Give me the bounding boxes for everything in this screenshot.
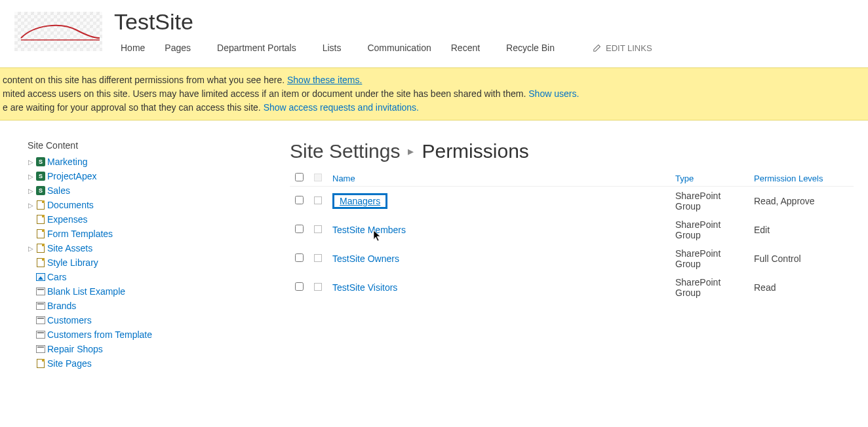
permission-levels: Read	[749, 273, 854, 302]
permissions-table: Name Type Permission Levels ManagersShar…	[290, 170, 854, 302]
row-select-checkbox[interactable]	[295, 196, 304, 204]
permission-levels: Read, Approve	[749, 187, 854, 216]
notification-line-1: content on this site has different permi…	[3, 73, 865, 87]
list-icon	[35, 286, 46, 297]
content-area: Site Content ▷SMarketing▷SProjectApex▷SS…	[0, 121, 868, 390]
group-link-testsite-visitors[interactable]: TestSite Visitors	[332, 282, 397, 293]
tree-item-sales[interactable]: ▷SSales	[28, 183, 237, 198]
column-name-header[interactable]: Name	[327, 170, 670, 187]
permission-levels: Edit	[749, 215, 854, 244]
table-row: TestSite VisitorsSharePoint GroupRead	[290, 273, 854, 302]
tree-item-blank-list-example[interactable]: Blank List Example	[28, 284, 237, 299]
column-select-all	[290, 170, 309, 187]
edit-row-icon[interactable]	[314, 225, 322, 233]
document-library-icon	[35, 358, 46, 369]
edit-row-icon[interactable]	[314, 196, 322, 204]
picture-library-icon	[35, 272, 46, 282]
tree-item-expenses[interactable]: Expenses	[28, 212, 237, 227]
tree-item-link[interactable]: Cars	[47, 272, 67, 282]
document-library-icon	[35, 229, 46, 239]
notification-bar: content on this site has different permi…	[0, 67, 868, 121]
tree-item-link[interactable]: Sales	[47, 185, 70, 196]
column-type-header[interactable]: Type	[670, 170, 749, 187]
edit-links-button[interactable]: EDIT LINKS	[593, 43, 652, 53]
document-library-icon	[35, 257, 46, 268]
nav-item-lists[interactable]: Lists	[316, 40, 348, 56]
notification-text: content on this site has different permi…	[3, 75, 287, 85]
column-levels-header[interactable]: Permission Levels	[749, 170, 854, 187]
nav-item-home[interactable]: Home	[114, 40, 151, 56]
show-users-link[interactable]: Show users.	[528, 88, 579, 99]
group-link-testsite-members[interactable]: TestSite Members	[332, 225, 406, 235]
nav-item-recent[interactable]: Recent	[444, 40, 486, 56]
expand-icon[interactable]: ▷	[28, 173, 34, 180]
tree-item-link[interactable]: Customers	[47, 315, 92, 325]
list-icon	[35, 315, 46, 325]
site-title[interactable]: TestSite	[114, 9, 652, 35]
row-select-checkbox[interactable]	[295, 282, 304, 291]
tree-item-link[interactable]: Style Library	[47, 257, 98, 268]
highlighted-selection: Managers	[332, 193, 387, 209]
table-row: ManagersSharePoint GroupRead, Approve	[290, 187, 854, 216]
tree-item-link[interactable]: Customers from Template	[47, 329, 152, 340]
pencil-icon	[593, 43, 602, 52]
sharepoint-site-icon: S	[35, 185, 46, 196]
tree-item-customers[interactable]: Customers	[28, 313, 237, 327]
tree-item-link[interactable]: Site Pages	[47, 358, 92, 369]
tree-item-form-templates[interactable]: Form Templates	[28, 227, 237, 241]
tree-item-cars[interactable]: Cars	[28, 270, 237, 284]
sharepoint-site-icon: S	[35, 157, 46, 167]
group-type: SharePoint Group	[670, 244, 749, 273]
group-link-managers[interactable]: Managers	[340, 196, 380, 206]
tree-item-marketing[interactable]: ▷SMarketing	[28, 155, 237, 169]
tree-item-site-assets[interactable]: ▷Site Assets	[28, 241, 237, 255]
show-these-items-link[interactable]: Show these items.	[287, 75, 362, 85]
edit-header-icon	[314, 174, 322, 181]
expand-icon[interactable]: ▷	[28, 245, 34, 252]
breadcrumb-parent[interactable]: Site Settings	[290, 140, 400, 162]
tree-item-customers-from-template[interactable]: Customers from Template	[28, 327, 237, 342]
row-select-checkbox[interactable]	[295, 225, 304, 233]
main-area: Site Settings ▸ Permissions Name Type Pe…	[290, 140, 854, 371]
tree-item-link[interactable]: Documents	[47, 200, 94, 210]
nav-item-recycle-bin[interactable]: Recycle Bin	[500, 40, 561, 56]
edit-row-icon[interactable]	[314, 254, 322, 262]
top-nav: HomePagesDepartment PortalsListsCommunic…	[114, 40, 652, 56]
tree-item-link[interactable]: Marketing	[47, 157, 87, 167]
group-link-testsite-owners[interactable]: TestSite Owners	[332, 253, 399, 264]
nav-item-pages[interactable]: Pages	[158, 40, 197, 56]
site-logo[interactable]	[14, 12, 102, 51]
group-type: SharePoint Group	[670, 273, 749, 302]
permission-levels: Full Control	[749, 244, 854, 273]
tree-item-documents[interactable]: ▷Documents	[28, 198, 237, 212]
tree-item-link[interactable]: Repair Shops	[47, 344, 103, 354]
group-type: SharePoint Group	[670, 187, 749, 216]
tree-item-link[interactable]: Form Templates	[47, 229, 113, 239]
tree-item-link[interactable]: Site Assets	[47, 243, 92, 253]
breadcrumb: Site Settings ▸ Permissions	[290, 140, 854, 162]
document-library-icon	[35, 200, 46, 210]
tree-item-site-pages[interactable]: Site Pages	[28, 356, 237, 371]
select-all-checkbox[interactable]	[295, 173, 304, 181]
tree-item-link[interactable]: ProjectApex	[47, 171, 96, 181]
document-library-icon	[35, 214, 46, 225]
notification-line-2: mited access users on this site. Users m…	[3, 87, 865, 101]
expand-icon[interactable]: ▷	[28, 187, 34, 195]
tree-item-projectapex[interactable]: ▷SProjectApex	[28, 169, 237, 183]
tree-item-repair-shops[interactable]: Repair Shops	[28, 342, 237, 356]
document-library-icon	[35, 243, 46, 253]
row-select-checkbox[interactable]	[295, 253, 304, 262]
expand-icon[interactable]: ▷	[28, 158, 34, 166]
nav-item-communication[interactable]: Communication	[361, 40, 437, 56]
tree-item-link[interactable]: Blank List Example	[47, 286, 125, 297]
edit-row-icon[interactable]	[314, 283, 322, 291]
show-access-requests-link[interactable]: Show access requests and invitations.	[264, 102, 419, 113]
notification-line-3: e are waiting for your approval so that …	[3, 101, 865, 115]
expand-icon[interactable]: ▷	[28, 202, 34, 209]
column-edit-header	[309, 170, 327, 187]
tree-item-brands[interactable]: Brands	[28, 299, 237, 313]
nav-item-department-portals[interactable]: Department Portals	[210, 40, 303, 56]
tree-item-style-library[interactable]: Style Library	[28, 255, 237, 270]
tree-item-link[interactable]: Brands	[47, 301, 76, 311]
tree-item-link[interactable]: Expenses	[47, 214, 87, 225]
